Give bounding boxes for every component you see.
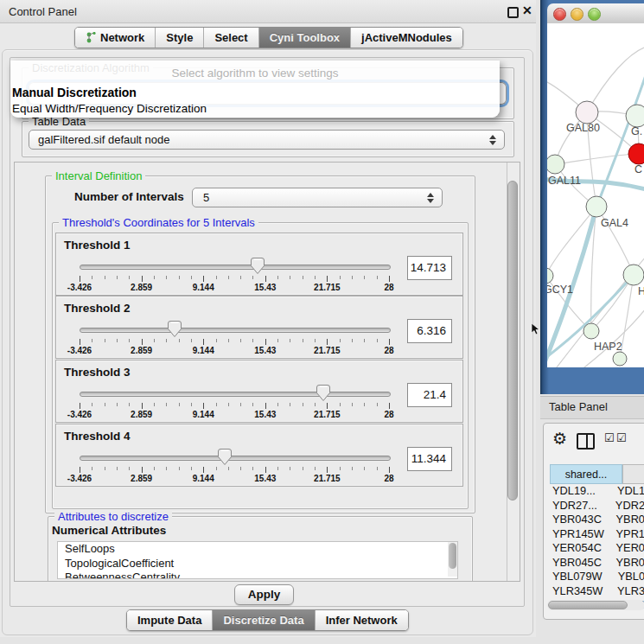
slider-tick (327, 276, 328, 282)
slider-tick-label: 21.715 (314, 283, 341, 292)
slider-tick (277, 403, 278, 406)
tab-discretize-data[interactable]: Discretize Data (212, 610, 314, 630)
tab-impute-data[interactable]: Impute Data (127, 610, 212, 630)
table-row[interactable]: YLR345WYLR3 (550, 584, 644, 599)
network-node-gal11[interactable] (547, 155, 564, 174)
slider-tick (377, 276, 378, 279)
slider-track[interactable] (80, 392, 391, 397)
slider-tick (303, 403, 303, 406)
table-row[interactable]: YDR27...YDR2 (550, 499, 644, 513)
table-row[interactable]: YDL19...YDL1 (550, 484, 644, 499)
float-window-icon[interactable] (507, 7, 519, 18)
slider-tick (154, 276, 155, 279)
slider-track[interactable] (80, 456, 391, 461)
table-row[interactable]: YBR045CYBR0 (550, 556, 644, 571)
columns-icon[interactable] (577, 433, 595, 450)
table-horizontal-scrollbar[interactable] (547, 600, 644, 610)
tab-cyni-toolbox[interactable]: Cyni Toolbox (258, 28, 350, 48)
tab-label: Style (166, 28, 193, 48)
tab-style[interactable]: Style (155, 28, 203, 48)
table-row[interactable]: YPR145WYPR1 (550, 527, 644, 542)
tab-network[interactable]: Network (75, 28, 155, 48)
network-window-titlebar[interactable] (547, 3, 644, 24)
slider-handle[interactable] (251, 257, 265, 275)
close-icon[interactable]: ✕ (522, 3, 532, 17)
network-node-h[interactable] (623, 265, 644, 285)
slider-handle[interactable] (168, 320, 182, 338)
slider-tick (352, 276, 353, 279)
attribute-list-item[interactable]: TopologicalCoefficient (58, 557, 457, 571)
threshold-value-field[interactable]: 14.713 (407, 256, 452, 280)
apply-button[interactable]: Apply (234, 584, 294, 605)
network-node[interactable] (613, 352, 627, 366)
network-node-gal4[interactable] (586, 196, 607, 217)
settings-scrollbar-thumb[interactable] (507, 181, 518, 501)
slider-tick (80, 467, 80, 473)
checkbox-icon[interactable]: ☑ (616, 431, 627, 444)
slider-track[interactable] (80, 328, 391, 333)
threshold-value-field[interactable]: 6.316 (407, 319, 452, 343)
slider-track[interactable] (80, 265, 391, 270)
network-node-g[interactable] (626, 105, 644, 127)
slider-tick (191, 276, 192, 279)
slider-tick (117, 339, 118, 342)
table-row[interactable]: YER054CYER0 (550, 541, 644, 556)
slider-tick (105, 339, 105, 342)
slider-tick (340, 276, 341, 279)
slider-tick (228, 339, 229, 342)
zoom-traffic-light-icon[interactable] (588, 8, 601, 21)
attribute-list-item[interactable]: BetweennessCentrality (58, 571, 457, 579)
node-table: ⚙ ☑ ☑ shared...n YDL19...YDL1YDR27...YDR… (543, 423, 644, 620)
close-traffic-light-icon[interactable] (553, 8, 566, 21)
attribute-list-item[interactable]: SelfLoops (58, 542, 457, 557)
threshold-value-field[interactable]: 11.344 (407, 447, 452, 471)
slider-tick-label: 15.43 (254, 346, 276, 355)
network-node-hap2[interactable] (583, 323, 599, 339)
slider-tick (129, 276, 130, 279)
dropdown-hint: Select algorithm to view settings (10, 67, 500, 80)
slider-tick (290, 403, 290, 406)
slider-tick (389, 339, 390, 345)
threshold-value-field[interactable]: 21.4 (407, 383, 452, 407)
checkbox-icon[interactable]: ☑ (604, 431, 615, 444)
attributes-list-scrollbar[interactable] (448, 542, 457, 577)
threshold-2-panel: Threshold 2-3.4262.8599.14415.4321.71528… (55, 296, 463, 359)
table-row[interactable]: YBR043CYBR0 (550, 513, 644, 527)
slider-tick (203, 403, 204, 409)
network-edge[interactable] (555, 154, 639, 164)
tab-select[interactable]: Select (203, 28, 258, 48)
tab-jactivemnodules[interactable]: jActiveMNodules (350, 28, 462, 48)
column-header-2[interactable]: n (622, 464, 644, 484)
network-edge-highlighted[interactable] (599, 75, 644, 201)
numerical-attributes-list[interactable]: SelfLoopsTopologicalCoefficientBetweenne… (57, 541, 458, 579)
slider-tick (389, 467, 390, 473)
table-data-combobox-value: galFiltered.sif default node (38, 133, 169, 146)
network-node-gcy1[interactable] (547, 268, 553, 284)
network-node-gal80[interactable] (576, 101, 598, 124)
num-intervals-spinner[interactable]: 5 (192, 188, 443, 207)
slider-tick (228, 403, 229, 406)
slider-tick-label: 21.715 (314, 474, 341, 483)
thresholds-legend: Threshold's Coordinates for 5 Intervals (59, 216, 258, 229)
table-row[interactable]: YBL079WYBL0 (550, 570, 644, 584)
slider-handle[interactable] (218, 448, 233, 466)
column-header-1[interactable]: shared... (550, 464, 622, 484)
network-canvas[interactable]: GAL80G.CGAL11GAL4GCY1HHAP2 (547, 23, 644, 367)
slider-tick (142, 339, 143, 345)
slider-tick (154, 339, 155, 342)
table-data-combobox[interactable]: galFiltered.sif default node (29, 130, 505, 150)
settings-vertical-scrollbar[interactable] (507, 163, 520, 581)
table-scrollbar-thumb[interactable] (548, 601, 628, 609)
tab-infer-network[interactable]: Infer Network (315, 610, 408, 630)
slider-handle[interactable] (316, 384, 331, 402)
slider-tick (352, 467, 353, 470)
interval-definition-legend: Interval Definition (52, 169, 145, 182)
minimize-traffic-light-icon[interactable] (571, 8, 583, 21)
menu-item-manual-discretization[interactable]: Manual Discretization (12, 86, 137, 99)
gear-icon[interactable]: ⚙ (552, 429, 567, 449)
slider-tick (228, 467, 229, 470)
cell-name: YDL1 (617, 484, 644, 499)
slider-tick (252, 339, 253, 342)
menu-item-equal-width-frequency[interactable]: Equal Width/Frequency Discretization (12, 102, 207, 115)
slider-tick (142, 467, 143, 473)
